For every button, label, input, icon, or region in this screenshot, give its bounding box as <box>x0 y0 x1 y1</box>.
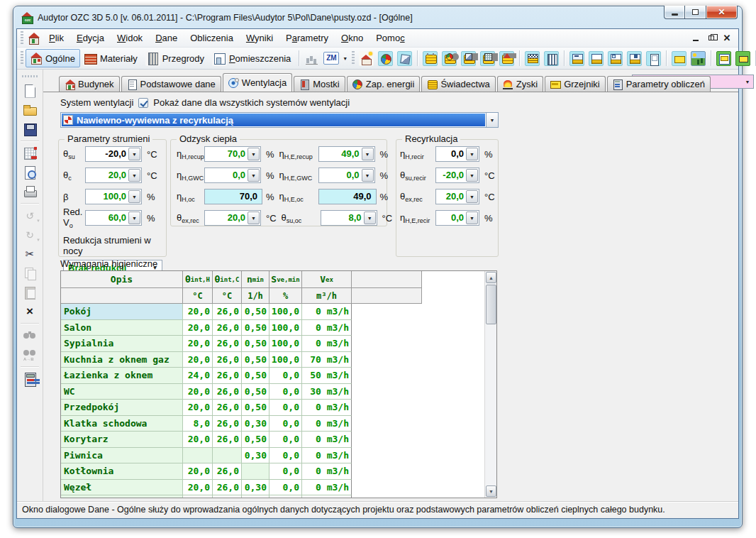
field-eta-h-recup[interactable]: 70,0▼ <box>204 146 261 162</box>
show-all-systems-checkbox[interactable] <box>138 98 148 108</box>
vertical-scrollbar[interactable]: ▲ ▼ <box>484 271 496 498</box>
menubar-grip[interactable] <box>21 31 23 45</box>
field-theta-ex-rec[interactable]: 20,0▼ <box>204 210 261 226</box>
ventilation-system-combobox[interactable]: Nawiewno-wywiewna z recyrkulacją ▼ <box>60 112 499 128</box>
toolbar-button-ogolne[interactable]: Ogólne <box>26 49 80 67</box>
table-row[interactable]: Łazienka z oknem24,026,00,500,050 m3/h <box>61 368 484 384</box>
toolbar-icon-rooms-list[interactable] <box>587 49 606 67</box>
mdi-close-button[interactable]: ✕ <box>721 33 733 43</box>
toolbar-icon-certificate-calc[interactable] <box>478 49 497 67</box>
field-eta-he-recup[interactable]: 49,0▼ <box>318 146 375 162</box>
sidebar-copy-button[interactable] <box>19 263 40 282</box>
toolbar-button-przegrody[interactable]: Przegrody <box>143 49 209 67</box>
toolbar-icon-certificate-building[interactable] <box>497 49 516 67</box>
sidebar-save-file-button[interactable] <box>19 119 40 138</box>
field-theta-su-recir[interactable]: -20,0▼ <box>435 168 479 183</box>
toolbar-icon-room-dialog[interactable] <box>644 49 663 67</box>
dropdown-button[interactable]: ▼ <box>248 212 260 224</box>
menu-pomoc[interactable]: Pomoc <box>369 30 411 46</box>
toolbar-icon-partitions-list[interactable] <box>542 49 561 67</box>
column-header[interactable]: Opis <box>61 271 183 288</box>
menu-obliczenia[interactable]: Obliczenia <box>184 30 240 46</box>
tab-zap-energii[interactable]: Zap. energii <box>347 76 421 92</box>
chevron-down-icon[interactable]: ▼ <box>486 113 498 127</box>
toolbar-icon-rooms-entry[interactable] <box>567 49 587 67</box>
toolbar-icon-environment[interactable] <box>689 49 708 67</box>
dropdown-button[interactable]: ▼ <box>466 190 478 203</box>
menu-edycja[interactable]: Edycja <box>70 30 111 46</box>
mdi-minimize-button[interactable] <box>690 33 701 43</box>
menu-plik[interactable]: Plik <box>43 30 70 46</box>
close-button[interactable]: ✕ <box>706 6 738 19</box>
tab-swiadectwa[interactable]: Świadectwa <box>421 76 495 92</box>
table-row[interactable]: WC20,026,00,500,030 m3/h <box>61 384 484 400</box>
dropdown-button[interactable]: ▼ <box>362 169 374 182</box>
table-row[interactable]: Salon20,026,00,50100,00 m3/h <box>61 320 484 336</box>
column-header[interactable]: θint,C <box>213 271 242 288</box>
toolbar-icon-results-window[interactable] <box>714 49 733 67</box>
dropdown-button[interactable]: ▼ <box>248 148 260 160</box>
field-eta-h-gwc[interactable]: 0,0▼ <box>204 168 261 183</box>
sidebar-undo-button[interactable]: ↺▼ <box>19 206 40 225</box>
menu-okno[interactable]: Okno <box>335 30 369 46</box>
scroll-up-button[interactable]: ▲ <box>486 272 496 283</box>
table-row[interactable]: Klatka schodowa8,026,00,300,00 m3/h <box>61 416 484 432</box>
field-theta-su[interactable]: -20,0▼ <box>85 146 142 162</box>
maximize-button[interactable] <box>685 6 706 19</box>
toolbar-grip[interactable] <box>352 51 355 65</box>
field-eta-h-oc[interactable]: 70,0 <box>204 189 262 204</box>
sidebar-print-preview-button[interactable] <box>19 163 40 182</box>
table-row[interactable]: Suszarnia bielizny32,026,01,000,00 m3/h <box>61 495 484 498</box>
toolbar-icon-view-3d[interactable] <box>395 49 414 67</box>
table-row[interactable]: Sypialnia20,026,00,50100,00 m3/h <box>61 336 484 352</box>
toolbar-icon-rooms-params[interactable] <box>625 49 644 67</box>
table-row[interactable]: Korytarz20,026,00,500,00 m3/h <box>61 432 484 448</box>
table-row[interactable]: Piwnica0,300,00 m3/h <box>61 448 484 464</box>
column-header[interactable]: nmin <box>242 271 269 288</box>
menu-widok[interactable]: Widok <box>111 30 149 46</box>
field-theta-ex-rec2[interactable]: 20,0▼ <box>435 189 479 204</box>
toolbar-icon-chart[interactable] <box>302 49 321 67</box>
dropdown-button[interactable]: ▼ <box>128 212 140 224</box>
mdi-restore-button[interactable] <box>706 33 717 43</box>
toolbar-icon-heaters[interactable] <box>669 49 689 67</box>
dropdown-button[interactable]: ▼ <box>364 212 376 224</box>
toolbar-icon-building-general[interactable] <box>357 49 376 67</box>
table-row[interactable]: Przedpokój20,026,00,500,00 m3/h <box>61 400 484 416</box>
dropdown-button[interactable]: ▼ <box>466 169 478 182</box>
sidebar-delete-button[interactable]: × <box>19 302 40 321</box>
sidebar-new-document-button[interactable] <box>19 81 40 100</box>
dropdown-button[interactable]: ▼ <box>128 169 140 182</box>
sidebar-open-file-button[interactable] <box>19 100 40 119</box>
dropdown-button[interactable]: ▼ <box>248 169 260 182</box>
field-theta-su-oc[interactable]: 8,0▼ <box>321 210 377 226</box>
title-bar[interactable]: Audytor OZC 3D 5.0 [v. 06.01.2011] - C:\… <box>13 6 742 28</box>
dropdown-button[interactable]: ▼ <box>466 212 478 224</box>
tab-wentylacja[interactable]: Wentylacja <box>223 73 292 92</box>
dropdown-button[interactable]: ▼ <box>128 148 140 160</box>
sidebar-print-button[interactable] <box>19 182 40 201</box>
field-eta-he-oc[interactable]: 49,0 <box>318 189 377 204</box>
field-red-vo[interactable]: 60,0▼ <box>85 210 142 226</box>
sidebar-calculator-button[interactable] <box>19 369 40 388</box>
toolbar-icon-certificates[interactable] <box>421 49 440 67</box>
tab-mostki[interactable]: Mostki <box>294 76 345 92</box>
sidebar-cut-button[interactable]: ✂ <box>19 244 40 263</box>
tab-grzejniki[interactable]: Grzejniki <box>545 76 606 92</box>
table-row[interactable]: Węzeł20,026,00,300,00 m3/h <box>61 480 484 496</box>
tab-budynek[interactable]: Budynek <box>59 76 120 92</box>
toolbar-icon-results-heaters[interactable] <box>733 49 752 67</box>
sidebar-find-button[interactable] <box>19 326 40 345</box>
toolbar-icon-materials-list[interactable] <box>523 49 542 67</box>
field-eta-he-gwc[interactable]: 0,0▼ <box>318 168 375 183</box>
column-header[interactable]: Vex <box>302 271 352 288</box>
tab-podstawowe-dane[interactable]: Podstawowe dane <box>121 76 221 92</box>
field-eta-h-recir[interactable]: 0,0▼ <box>435 146 479 162</box>
menu-wyniki[interactable]: Wyniki <box>240 30 279 46</box>
toolbar-button-pomieszczenia[interactable]: Pomieszczenia <box>209 49 296 67</box>
toolbar-icon-energy-pie[interactable] <box>376 49 395 67</box>
toolbar-grip[interactable] <box>21 51 23 65</box>
sidebar-paste-button[interactable] <box>19 282 40 302</box>
dropdown-button[interactable]: ▼ <box>362 148 374 160</box>
document-house-icon[interactable] <box>27 33 40 44</box>
